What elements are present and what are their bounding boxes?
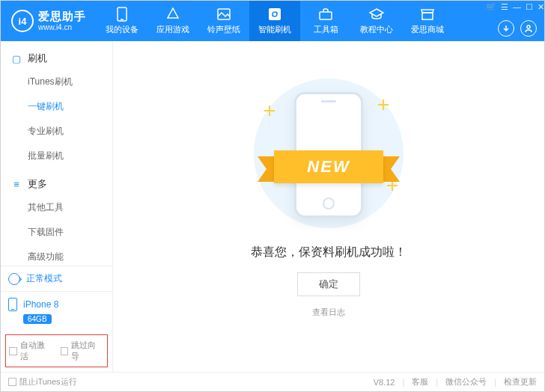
- checkbox-label: 跳过向导: [71, 340, 104, 362]
- tab-label: 爱思商城: [411, 24, 444, 35]
- check-update-link[interactable]: 检查更新: [504, 376, 537, 388]
- refresh-icon: [267, 7, 283, 22]
- ok-button[interactable]: 确定: [297, 272, 360, 296]
- phone-icon: [114, 7, 130, 22]
- svg-rect-5: [422, 13, 433, 19]
- sidebar-scroll: ▢ 刷机 iTunes刷机 一键刷机 专业刷机 批量刷机 ≡ 更多 其他工具 下…: [1, 41, 112, 266]
- block-itunes-checkbox[interactable]: 阻止iTunes运行: [8, 376, 77, 388]
- body: ▢ 刷机 iTunes刷机 一键刷机 专业刷机 批量刷机 ≡ 更多 其他工具 下…: [1, 41, 544, 372]
- sparkle-icon: [378, 99, 389, 110]
- sidebar-group-more[interactable]: ≡ 更多: [1, 173, 112, 195]
- menu-icon[interactable]: ☰: [501, 2, 508, 12]
- brand-name: 爱思助手: [38, 10, 86, 23]
- refresh-icon: [8, 273, 20, 285]
- brand-logo: i4 爱思助手 www.i4.cn: [1, 1, 97, 41]
- svg-rect-3: [269, 8, 281, 20]
- brand-url: www.i4.cn: [38, 23, 86, 31]
- main-panel: NEW 恭喜您，保资料刷机成功啦！ 确定 查看日志: [113, 41, 544, 372]
- sidebar-options-highlight: 自动激活 跳过向导: [5, 334, 108, 367]
- app-window: i4 爱思助手 www.i4.cn 我的设备 应用游戏 铃声壁纸 智能刷机: [0, 0, 545, 392]
- sidebar-group-label: 刷机: [28, 52, 47, 65]
- svg-point-6: [527, 25, 530, 28]
- sidebar: ▢ 刷机 iTunes刷机 一键刷机 专业刷机 批量刷机 ≡ 更多 其他工具 下…: [1, 41, 113, 372]
- ribbon-text: NEW: [274, 150, 383, 183]
- success-message: 恭喜您，保资料刷机成功啦！: [251, 245, 407, 260]
- tab-apps[interactable]: 应用游戏: [147, 1, 198, 41]
- tab-toolbox[interactable]: 工具箱: [300, 1, 351, 41]
- svg-rect-4: [320, 12, 332, 19]
- sidebar-item-download-firmware[interactable]: 下载固件: [1, 220, 112, 245]
- version-label: V8.12: [374, 378, 395, 387]
- sidebar-item-batch-flash[interactable]: 批量刷机: [1, 144, 112, 168]
- logo-icon: i4: [11, 10, 34, 32]
- phone-outline-icon: ▢: [11, 53, 22, 64]
- tab-label: 智能刷机: [258, 24, 291, 35]
- window-controls: 🛒 ☰ — ☐ ✕: [486, 1, 544, 13]
- mode-label: 正常模式: [26, 272, 62, 285]
- header-tabs: 我的设备 应用游戏 铃声壁纸 智能刷机 工具箱 教程中心: [97, 1, 486, 41]
- checkbox-icon: [8, 378, 16, 386]
- checkbox-label: 阻止iTunes运行: [19, 376, 77, 388]
- status-bar: 阻止iTunes运行 V8.12 | 客服 | 微信公众号 | 检查更新: [1, 372, 544, 391]
- new-ribbon: NEW: [258, 150, 400, 183]
- graduation-icon: [368, 7, 385, 22]
- view-log-link[interactable]: 查看日志: [312, 307, 345, 318]
- storage-badge: 64GB: [23, 314, 52, 324]
- sidebar-mode-status[interactable]: 正常模式: [1, 266, 112, 291]
- sparkle-icon: [264, 105, 275, 116]
- wallpaper-icon: [216, 7, 232, 22]
- tab-store[interactable]: 爱思商城: [402, 1, 453, 41]
- checkbox-icon: [61, 347, 69, 355]
- tab-flash[interactable]: 智能刷机: [249, 1, 300, 41]
- checkbox-icon: [9, 347, 17, 355]
- toolbox-icon: [317, 7, 334, 22]
- tab-label: 应用游戏: [156, 24, 189, 35]
- header-circle-buttons: [498, 20, 537, 37]
- support-link[interactable]: 客服: [412, 376, 428, 388]
- tab-label: 工具箱: [314, 24, 338, 35]
- wechat-link[interactable]: 微信公众号: [445, 376, 487, 388]
- header-bar: i4 爱思助手 www.i4.cn 我的设备 应用游戏 铃声壁纸 智能刷机: [1, 1, 544, 41]
- device-name: iPhone 8: [23, 299, 58, 310]
- phone-icon: [8, 298, 17, 311]
- download-button[interactable]: [498, 20, 514, 37]
- auto-activate-checkbox[interactable]: 自动激活: [9, 340, 53, 362]
- brand-text: 爱思助手 www.i4.cn: [38, 10, 86, 31]
- sidebar-group-label: 更多: [28, 177, 47, 191]
- user-button[interactable]: [520, 20, 537, 37]
- sidebar-item-other-tools[interactable]: 其他工具: [1, 195, 112, 220]
- tab-label: 教程中心: [360, 24, 393, 35]
- skip-guide-checkbox[interactable]: 跳过向导: [61, 340, 105, 362]
- tab-label: 铃声壁纸: [207, 24, 240, 35]
- sidebar-item-pro-flash[interactable]: 专业刷机: [1, 119, 112, 144]
- sidebar-item-itunes-flash[interactable]: iTunes刷机: [1, 70, 112, 94]
- sidebar-item-oneclick-flash[interactable]: 一键刷机: [1, 94, 112, 119]
- checkbox-label: 自动激活: [20, 340, 53, 362]
- success-illustration: NEW: [254, 79, 404, 228]
- minimize-icon[interactable]: —: [513, 2, 521, 11]
- cart-icon[interactable]: 🛒: [486, 2, 496, 12]
- sidebar-group-flash[interactable]: ▢ 刷机: [1, 47, 112, 70]
- tab-my-device[interactable]: 我的设备: [97, 1, 147, 41]
- tab-tutorials[interactable]: 教程中心: [351, 1, 402, 41]
- more-icon: ≡: [11, 179, 22, 190]
- sidebar-item-advanced[interactable]: 高级功能: [1, 245, 112, 266]
- tab-ringtones[interactable]: 铃声壁纸: [198, 1, 249, 41]
- store-icon: [419, 7, 436, 22]
- sidebar-device-info[interactable]: iPhone 8 64GB: [1, 291, 112, 331]
- close-icon[interactable]: ✕: [538, 2, 544, 12]
- apps-icon: [165, 7, 181, 22]
- maximize-icon[interactable]: ☐: [526, 2, 533, 12]
- tab-label: 我的设备: [106, 24, 138, 35]
